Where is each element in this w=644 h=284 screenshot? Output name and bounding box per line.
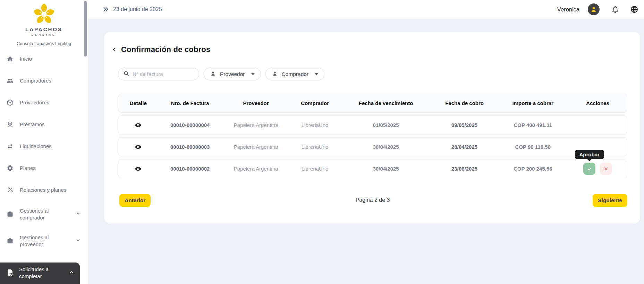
user-name: Veronica <box>557 6 579 13</box>
title-row: Confirmación de cobros <box>112 45 210 54</box>
app-window: LAPACHOS LENDING Consola Lapachos Lendin… <box>0 0 644 284</box>
notifications-bell-icon[interactable] <box>611 6 619 13</box>
current-date: 23 de junio de 2025 <box>113 6 162 12</box>
caret-down-icon <box>315 73 318 75</box>
previous-page-button[interactable]: Anterior <box>119 194 151 207</box>
view-detail-eye-icon[interactable] <box>134 165 142 173</box>
sidebar-item-solicitudes-a-completar[interactable]: Solicitudes a completar <box>0 263 80 284</box>
briefcase-icon <box>6 211 14 218</box>
page-title: Confirmación de cobros <box>121 45 210 54</box>
sidebar-item-relaciones-y-planes[interactable]: Relaciones y planes <box>6 186 84 194</box>
content-card: Confirmación de cobros Proveedor <box>104 32 640 224</box>
sidebar-item-prestamos[interactable]: $ Préstamos <box>6 120 84 129</box>
sidebar-nav: Inicio Compradores Proveedores $ Préstam… <box>0 46 88 248</box>
sidebar-item-gestiones-al-comprador[interactable]: Gestiones al comprador <box>6 207 84 221</box>
column-header-proveedor: Proveedor <box>222 100 290 106</box>
comprador-filter-dropdown[interactable]: Comprador <box>265 68 325 80</box>
sidebar-scrollbar-thumb[interactable] <box>84 1 87 57</box>
home-icon <box>6 55 14 62</box>
invoice-number: 00010-00000002 <box>158 166 222 172</box>
chevron-up-icon <box>69 269 74 276</box>
comprador-cell: LibreriaUno <box>290 144 340 150</box>
column-header-acciones: Acciones <box>568 100 627 106</box>
fecha-vencimiento-cell: 30/04/2025 <box>340 166 432 172</box>
filter-bar: Proveedor Comprador <box>118 68 324 80</box>
pagination: Anterior Página 2 de 3 Siguiente <box>118 194 627 208</box>
approve-tooltip: Aprobar <box>575 150 604 159</box>
flower-logo-icon <box>33 3 55 24</box>
gear-icon <box>6 165 14 172</box>
sidebar: LAPACHOS LENDING Consola Lapachos Lendin… <box>0 0 88 284</box>
collapse-sidebar-icon[interactable] <box>102 6 109 13</box>
sidebar-item-gestiones-al-proveedor[interactable]: Gestiones al proveedor <box>6 234 84 248</box>
column-header-importe: Importe a cobrar <box>497 100 568 106</box>
invoice-number: 00010-00000004 <box>158 122 222 128</box>
logo-wordmark: LAPACHOS <box>0 26 88 32</box>
fecha-vencimiento-cell: 01/05/2025 <box>340 122 432 128</box>
proveedor-cell: Papelera Argentina <box>222 122 290 128</box>
proveedor-cell: Papelera Argentina <box>222 144 290 150</box>
fecha-vencimiento-cell: 30/04/2025 <box>340 144 432 150</box>
comprador-cell: LibreriaUno <box>290 122 340 128</box>
table-header: Detalle Nro. de Factura Proveedor Compra… <box>118 94 627 113</box>
actions-cell: Aprobar <box>568 163 627 175</box>
next-page-button[interactable]: Siguiente <box>593 194 627 207</box>
proveedor-cell: Papelera Argentina <box>222 166 290 172</box>
console-label: Consola Lapachos Lending <box>0 41 88 46</box>
page-status: Página 2 de 3 <box>356 197 390 203</box>
invoice-number: 00010-00000003 <box>158 144 222 150</box>
importe-cell: COP 200 245.56 <box>497 166 568 172</box>
fecha-cobro-cell: 23/06/2025 <box>432 166 497 172</box>
invoice-search-field[interactable] <box>118 68 199 80</box>
view-detail-eye-icon[interactable] <box>134 121 142 129</box>
swap-arrows-icon <box>6 143 14 150</box>
cube-icon <box>6 99 14 106</box>
chevron-down-icon <box>75 211 81 217</box>
view-detail-eye-icon[interactable] <box>134 143 142 151</box>
column-header-detalle: Detalle <box>118 100 158 106</box>
search-input[interactable] <box>133 71 194 77</box>
sidebar-item-planes[interactable]: Planes <box>6 164 84 172</box>
table-row: 00010-00000003 Papelera Argentina Librer… <box>118 137 627 156</box>
sidebar-item-liquidaciones[interactable]: Liquidaciones <box>6 142 84 150</box>
user-avatar[interactable] <box>588 3 600 15</box>
column-header-fecha-cobro: Fecha de cobro <box>432 100 497 106</box>
comprador-cell: LibreriaUno <box>290 166 340 172</box>
back-chevron-icon[interactable] <box>112 47 117 52</box>
percent-icon <box>6 187 14 193</box>
sidebar-item-compradores[interactable]: Compradores <box>6 76 84 85</box>
column-header-nro-factura: Nro. de Factura <box>158 100 222 106</box>
document-check-icon <box>6 269 14 277</box>
close-icon <box>604 166 608 171</box>
column-header-fecha-vencimiento: Fecha de vencimiento <box>340 100 432 106</box>
importe-cell: COP 90 110.50 <box>497 144 568 150</box>
people-icon <box>6 77 14 84</box>
proveedor-filter-dropdown[interactable]: Proveedor <box>204 68 261 80</box>
column-header-comprador: Comprador <box>290 100 340 106</box>
importe-cell: COP 400 491.11 <box>497 122 568 128</box>
table-row: 00010-00000004 Papelera Argentina Librer… <box>118 115 627 135</box>
caret-down-icon <box>251 73 255 75</box>
logo-tagline: LENDING <box>0 33 88 36</box>
person-icon <box>210 70 216 78</box>
approve-button[interactable]: Aprobar <box>583 163 595 175</box>
reject-button[interactable] <box>600 163 612 175</box>
sidebar-item-inicio[interactable]: Inicio <box>6 54 84 63</box>
check-icon <box>587 166 592 172</box>
language-globe-icon[interactable] <box>630 5 638 14</box>
table-row: 00010-00000002 Papelera Argentina Librer… <box>118 159 627 178</box>
sidebar-item-proveedores[interactable]: Proveedores <box>6 98 84 107</box>
top-bar: 23 de junio de 2025 Veronica <box>88 0 644 19</box>
top-bar-right: Veronica <box>557 3 639 15</box>
chevron-down-icon <box>75 238 81 244</box>
person-icon <box>272 70 278 78</box>
brand-logo: LAPACHOS LENDING <box>0 0 88 36</box>
svg-text:$: $ <box>9 122 11 125</box>
search-icon <box>123 70 129 78</box>
loan-coin-icon: $ <box>6 121 14 128</box>
fecha-cobro-cell: 28/04/2025 <box>432 144 497 150</box>
briefcase-icon <box>6 238 14 244</box>
fecha-cobro-cell: 09/05/2025 <box>432 122 497 128</box>
